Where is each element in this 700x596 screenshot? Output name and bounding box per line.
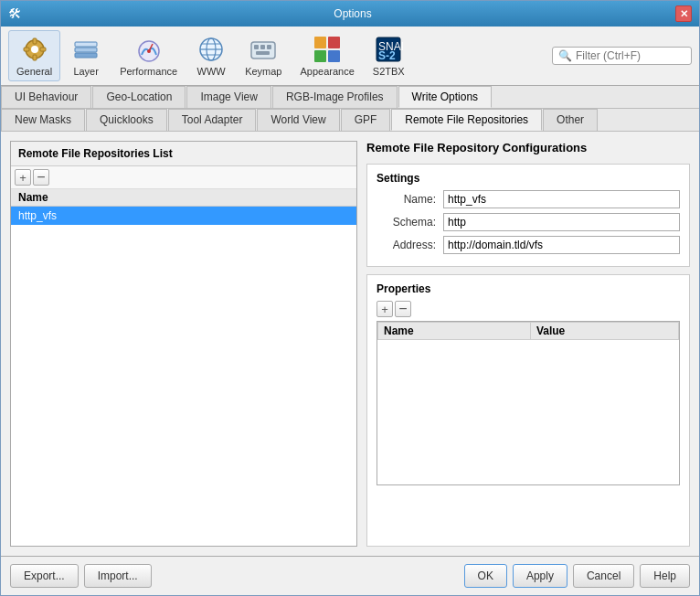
tab-remote-file-repositories[interactable]: Remote File Repositories [391,109,542,131]
name-field-row: Name: [377,190,680,208]
toolbar-item-general[interactable]: General [8,30,60,81]
cancel-button[interactable]: Cancel [573,564,634,588]
properties-group: Properties + − Name Value [366,274,690,547]
search-box: 🔍 [552,47,692,65]
toolbar-label-www: WWW [197,66,226,77]
schema-field-label: Schema: [377,216,436,229]
add-repository-button[interactable]: + [15,169,31,186]
svg-rect-3 [33,55,37,60]
left-panel: Remote File Repositories List + − Name h… [10,141,357,547]
schema-input[interactable] [443,213,680,231]
toolbar-item-keymap[interactable]: Keymap [237,30,290,81]
search-icon: 🔍 [558,49,572,62]
main-content: Remote File Repositories List + − Name h… [1,132,699,556]
properties-label: Properties [377,282,680,295]
name-input[interactable] [443,190,680,208]
svg-rect-22 [314,37,326,48]
title-bar: 🛠 Options ✕ [1,1,699,27]
toolbar-label-layer: Layer [73,66,99,77]
prop-col-name: Name [378,323,531,340]
repository-list: http_vfs [11,207,356,546]
svg-rect-18 [254,45,259,49]
left-panel-title: Remote File Repositories List [11,142,356,166]
tab-quicklooks[interactable]: Quicklooks [86,109,167,131]
search-input[interactable] [576,49,685,62]
svg-rect-23 [328,37,340,48]
svg-rect-24 [314,50,326,62]
add-property-button[interactable]: + [377,301,393,317]
tabs-row2: New Masks Quicklooks Tool Adapter World … [1,109,699,132]
svg-rect-20 [267,45,271,49]
svg-rect-7 [75,48,97,52]
svg-rect-17 [251,42,275,59]
close-button[interactable]: ✕ [675,5,692,22]
toolbar-item-performance[interactable]: Performance [111,30,186,81]
toolbar-label-keymap: Keymap [245,66,281,77]
address-field-row: Address: [377,236,680,254]
svg-rect-8 [75,42,97,47]
tab-new-masks[interactable]: New Masks [1,109,85,131]
toolbar-label-s2tbx: S2TBX [373,66,405,77]
tab-image-view[interactable]: Image View [186,86,270,108]
tab-other[interactable]: Other [543,109,598,131]
toolbar: General Layer Performance WWW Keymap [1,27,699,86]
svg-rect-6 [75,53,97,58]
window-title: Options [30,7,675,20]
export-button[interactable]: Export... [10,564,79,588]
www-icon [196,35,226,64]
keymap-icon [249,35,278,64]
tab-gpf[interactable]: GPF [341,109,391,131]
svg-rect-2 [33,38,37,44]
apply-button[interactable]: Apply [513,564,567,588]
help-button[interactable]: Help [640,564,690,588]
properties-table-wrapper: Name Value [377,321,680,485]
tab-world-view[interactable]: World View [257,109,339,131]
tab-tool-adapter[interactable]: Tool Adapter [168,109,257,131]
main-window: 🛠 Options ✕ General Layer Performance [0,0,700,596]
address-input[interactable] [443,236,680,254]
import-button[interactable]: Import... [84,564,152,588]
toolbar-item-layer[interactable]: Layer [62,30,110,81]
general-icon [20,35,49,64]
layer-icon [71,35,101,64]
settings-label: Settings [377,172,680,185]
s2tbx-icon: SNAPS-2 [374,35,403,64]
toolbar-item-www[interactable]: WWW [187,30,235,81]
toolbar-label-performance: Performance [120,66,177,77]
tabs-row1: UI Behaviour Geo-Location Image View RGB… [1,86,699,109]
properties-toolbar: + − [377,301,680,317]
performance-icon [134,35,164,64]
list-column-header: Name [11,189,356,207]
prop-col-value: Value [530,323,678,340]
app-icon: 🛠 [8,6,21,21]
address-field-label: Address: [377,239,436,251]
toolbar-label-general: General [16,66,52,77]
svg-rect-21 [256,51,270,55]
svg-rect-25 [328,50,340,62]
name-field-label: Name: [377,193,436,206]
main-area: Remote File Repositories List + − Name h… [10,141,690,547]
remove-repository-button[interactable]: − [33,169,49,186]
toolbar-item-appearance[interactable]: Appearance [292,30,362,81]
properties-table: Name Value [377,322,679,340]
right-panel: Remote File Repository Configurations Se… [366,141,690,547]
tab-geo-location[interactable]: Geo-Location [92,86,186,108]
toolbar-label-appearance: Appearance [300,66,354,77]
svg-rect-4 [24,48,29,51]
appearance-icon [313,35,342,64]
svg-rect-5 [40,48,46,51]
remove-property-button[interactable]: − [395,301,411,317]
list-toolbar: + − [11,166,356,189]
tab-write-options[interactable]: Write Options [398,86,492,108]
tab-rgb-image-profiles[interactable]: RGB-Image Profiles [272,86,398,108]
toolbar-item-s2tbx[interactable]: SNAPS-2 S2TBX [365,30,413,81]
svg-point-1 [31,46,38,53]
schema-field-row: Schema: [377,213,680,231]
list-item[interactable]: http_vfs [11,207,356,225]
ok-button[interactable]: OK [464,564,507,588]
settings-group: Settings Name: Schema: Address: [366,164,690,267]
bottom-bar: Export... Import... OK Apply Cancel Help [1,556,699,595]
right-panel-title: Remote File Repository Configurations [366,141,690,154]
svg-text:S-2: S-2 [378,49,396,62]
tab-ui-behaviour[interactable]: UI Behaviour [1,86,91,108]
